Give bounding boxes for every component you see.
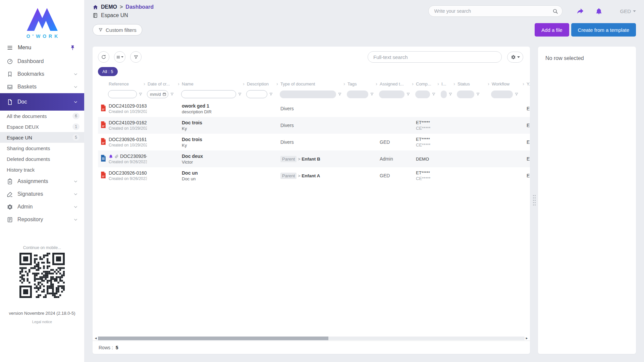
sort-chevron-icon[interactable]: › <box>243 81 245 86</box>
sidebar-subitem-all-the-documents[interactable]: All the documents6 <box>0 111 84 121</box>
account-menu[interactable]: GED <box>620 8 636 14</box>
legal-notice-link[interactable]: Legal notice <box>0 320 84 324</box>
scroll-left-arrow[interactable]: ◄ <box>94 337 98 340</box>
column-header-name[interactable]: Name› <box>181 79 246 88</box>
sidebar-item-baskets[interactable]: Baskets <box>0 80 84 93</box>
sort-chevron-icon[interactable]: › <box>488 81 489 86</box>
tab-all[interactable]: All : 5 <box>98 67 118 76</box>
column-header-tags[interactable]: Tags› <box>347 79 379 88</box>
sidebar-item-dashboard[interactable]: Dashboard <box>0 55 84 68</box>
column-header-comp[interactable]: Comp...› <box>415 79 441 88</box>
chevron-down-icon[interactable] <box>73 72 78 77</box>
filter-funnel-icon[interactable] <box>448 92 452 96</box>
sidebar-item-doc[interactable]: Doc <box>0 93 84 111</box>
filter-funnel-icon[interactable] <box>338 92 342 96</box>
filter-funnel-icon[interactable] <box>269 92 273 96</box>
share-icon[interactable] <box>577 7 584 15</box>
panel-resize-handle[interactable] <box>533 194 536 206</box>
search-icon[interactable] <box>552 8 558 14</box>
filter-funnel-icon[interactable] <box>170 92 174 96</box>
refresh-button[interactable] <box>98 51 109 63</box>
sort-chevron-icon[interactable]: › <box>276 81 278 86</box>
filter-funnel-icon[interactable] <box>139 92 143 96</box>
name-cell: Doc deuxVictor <box>181 150 246 167</box>
sidebar-item-assignments[interactable]: Assignments <box>0 175 84 188</box>
filter-funnel-icon[interactable] <box>476 92 480 96</box>
filter-select-tags[interactable] <box>347 90 368 98</box>
sidebar-subitem-deleted-documents[interactable]: Deleted documents <box>0 154 84 164</box>
column-header-date[interactable]: Date of cr...› <box>147 79 181 88</box>
chevron-down-icon[interactable] <box>73 100 78 105</box>
filter-select-indicator[interactable] <box>441 90 447 98</box>
sidebar-subitem-history-track[interactable]: History track <box>0 164 84 175</box>
filter-select-assigned[interactable] <box>379 90 405 98</box>
custom-filters-button[interactable]: Custom filters <box>93 24 142 36</box>
scrollbar-thumb[interactable] <box>98 337 328 340</box>
sidebar-subitem-espace-deux[interactable]: Espace DEUX1 <box>0 121 84 132</box>
column-header-assigned[interactable]: Assigned t...› <box>379 79 415 88</box>
sidebar-subitem-espace-un[interactable]: Espace UN5 <box>0 132 84 143</box>
filter-funnel-icon[interactable] <box>515 92 519 96</box>
chevron-down-icon[interactable] <box>73 217 78 222</box>
filter-funnel-icon[interactable] <box>432 92 436 96</box>
grid-settings-button[interactable] <box>507 52 523 63</box>
sort-chevron-icon[interactable]: › <box>453 81 455 86</box>
bell-icon[interactable] <box>595 8 602 15</box>
column-header-status[interactable]: Status› <box>457 79 491 88</box>
sort-chevron-icon[interactable]: › <box>343 81 345 86</box>
filter-funnel-icon[interactable] <box>238 92 242 96</box>
filter-date-field[interactable] <box>147 90 168 98</box>
column-header-description[interactable]: Description› <box>246 79 280 88</box>
columns-button[interactable] <box>114 51 125 63</box>
filter-funnel-icon[interactable] <box>406 92 410 96</box>
breadcrumb-current[interactable]: Dashboard <box>125 4 154 10</box>
horizontal-scrollbar[interactable]: ◄ ► <box>94 336 529 341</box>
chevron-down-icon[interactable] <box>73 84 78 89</box>
sidebar-subitem-sharing-documents[interactable]: Sharing documents <box>0 143 84 154</box>
column-header-reference[interactable]: Reference› <box>108 79 147 88</box>
table-row[interactable]: DOC230926-01610-3Created on 10/29/2024 1… <box>98 134 530 150</box>
sidebar-item-repository[interactable]: Repository <box>0 213 84 226</box>
filter-input-description[interactable] <box>246 90 267 98</box>
column-header-workflow[interactable]: Workflow› <box>491 79 526 88</box>
home-icon[interactable] <box>93 4 98 10</box>
clipboard-icon <box>7 178 13 185</box>
filter-select-comp[interactable] <box>415 90 430 98</box>
add-file-button[interactable]: Add a file <box>535 23 569 37</box>
breadcrumb-root[interactable]: DEMO <box>101 4 117 10</box>
filter-funnel-icon[interactable] <box>370 92 374 96</box>
table-row[interactable]: DOC230926-01609-0Created on 9/26/2023 3:… <box>98 150 530 167</box>
hamburger-icon[interactable] <box>7 45 13 51</box>
sort-chevron-icon[interactable]: › <box>178 81 179 86</box>
create-template-button[interactable]: Create from a template <box>571 23 636 37</box>
chevron-down-icon[interactable] <box>73 192 78 197</box>
global-search-input[interactable] <box>434 8 552 14</box>
sort-chevron-icon[interactable]: › <box>144 81 145 86</box>
table-row[interactable]: DOC241029-01627-0Created on 10/29/2024 1… <box>98 117 530 134</box>
chevron-down-icon[interactable] <box>73 179 78 184</box>
table-row[interactable]: DOC241029-01636-0Created on 10/29/2024 1… <box>98 100 530 117</box>
sort-chevron-icon[interactable]: › <box>437 81 439 86</box>
sort-chevron-icon[interactable]: › <box>412 81 414 86</box>
sidebar-item-signatures[interactable]: Signatures <box>0 188 84 200</box>
sort-chevron-icon[interactable]: › <box>376 81 377 86</box>
filter-select-workflow[interactable] <box>491 90 513 98</box>
column-header-type[interactable]: Type of document› <box>280 79 347 88</box>
table-row[interactable]: DOC230926-01608-0Created on 9/26/2023 3:… <box>98 167 530 184</box>
column-header-indicator[interactable]: I...› <box>441 79 457 88</box>
sidebar-item-admin[interactable]: Admin <box>0 200 84 213</box>
column-header-clip[interactable]: Y... <box>526 79 530 88</box>
fulltext-search-input[interactable] <box>368 51 502 63</box>
scroll-right-arrow[interactable]: ► <box>525 337 529 340</box>
sort-chevron-icon[interactable]: › <box>523 81 524 86</box>
scrollbar-track[interactable] <box>98 337 525 340</box>
filter-button[interactable] <box>130 51 142 63</box>
calendar-icon[interactable] <box>162 92 166 96</box>
sidebar-item-bookmarks[interactable]: Bookmarks <box>0 68 84 80</box>
filter-select-status[interactable] <box>457 90 474 98</box>
filter-input-reference[interactable] <box>108 90 137 98</box>
filter-select-type[interactable] <box>280 90 336 98</box>
pin-icon[interactable] <box>70 45 75 51</box>
filter-input-name[interactable] <box>181 90 236 98</box>
chevron-down-icon[interactable] <box>73 204 78 209</box>
